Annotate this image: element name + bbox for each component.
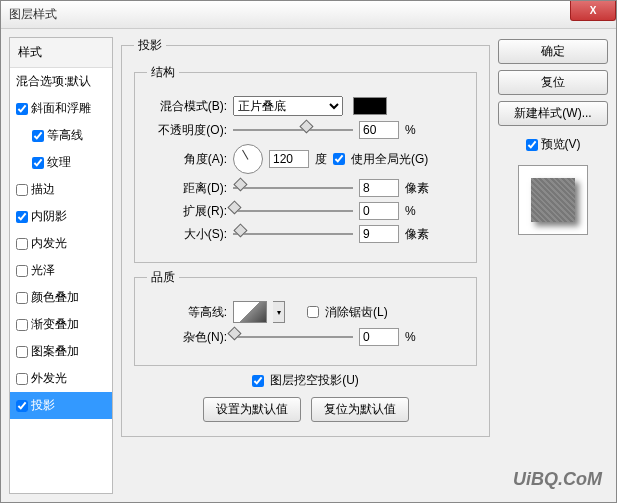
style-item-label: 外发光 — [31, 370, 67, 387]
distance-unit: 像素 — [405, 180, 435, 197]
size-label: 大小(S): — [147, 226, 227, 243]
knockout-row: 图层挖空投影(U) — [134, 372, 477, 389]
knockout-checkbox[interactable] — [252, 375, 264, 387]
reset-default-button[interactable]: 复位为默认值 — [311, 397, 409, 422]
angle-input[interactable] — [269, 150, 309, 168]
preview-label: 预览(V) — [541, 136, 581, 153]
style-item-label: 等高线 — [47, 127, 83, 144]
drop-shadow-group: 投影 结构 混合模式(B): 正片叠底 不透明度(O): % — [121, 37, 490, 437]
style-checkbox[interactable] — [32, 157, 44, 169]
style-item-label: 斜面和浮雕 — [31, 100, 91, 117]
style-checkbox[interactable] — [16, 211, 28, 223]
noise-slider[interactable] — [233, 330, 353, 344]
style-item[interactable]: 等高线 — [10, 122, 112, 149]
group-title: 投影 — [134, 37, 166, 54]
global-light-checkbox[interactable] — [333, 153, 345, 165]
style-item[interactable]: 外发光 — [10, 365, 112, 392]
spread-slider[interactable] — [233, 204, 353, 218]
opacity-slider[interactable] — [233, 123, 353, 137]
style-item[interactable]: 颜色叠加 — [10, 284, 112, 311]
angle-row: 角度(A): 度 使用全局光(G) — [147, 144, 464, 174]
set-default-button[interactable]: 设置为默认值 — [203, 397, 301, 422]
ok-button[interactable]: 确定 — [498, 39, 608, 64]
noise-label: 杂色(N): — [147, 329, 227, 346]
angle-unit: 度 — [315, 151, 327, 168]
size-slider[interactable] — [233, 227, 353, 241]
size-row: 大小(S): 像素 — [147, 225, 464, 243]
style-checkbox[interactable] — [16, 346, 28, 358]
action-panel: 确定 复位 新建样式(W)... 预览(V) — [498, 37, 608, 494]
style-item-label: 纹理 — [47, 154, 71, 171]
style-list-header: 样式 — [10, 38, 112, 68]
spread-unit: % — [405, 204, 435, 218]
distance-slider[interactable] — [233, 181, 353, 195]
opacity-label: 不透明度(O): — [147, 122, 227, 139]
style-checkbox[interactable] — [16, 292, 28, 304]
blend-mode-select[interactable]: 正片叠底 — [233, 96, 343, 116]
close-button[interactable]: X — [570, 1, 616, 21]
layer-style-dialog: 图层样式 X 样式 混合选项:默认 斜面和浮雕等高线纹理描边内阴影内发光光泽颜色… — [0, 0, 617, 503]
size-input[interactable] — [359, 225, 399, 243]
shadow-color-swatch[interactable] — [353, 97, 387, 115]
style-checkbox[interactable] — [16, 400, 28, 412]
style-checkbox[interactable] — [16, 103, 28, 115]
blending-options-item[interactable]: 混合选项:默认 — [10, 68, 112, 95]
new-style-button[interactable]: 新建样式(W)... — [498, 101, 608, 126]
angle-label: 角度(A): — [147, 151, 227, 168]
distance-row: 距离(D): 像素 — [147, 179, 464, 197]
style-item[interactable]: 纹理 — [10, 149, 112, 176]
quality-group: 品质 等高线: ▾ 消除锯齿(L) 杂色(N): % — [134, 269, 477, 366]
antialias-label: 消除锯齿(L) — [325, 304, 388, 321]
style-checkbox[interactable] — [16, 373, 28, 385]
style-item-label: 渐变叠加 — [31, 316, 79, 333]
style-checkbox[interactable] — [16, 184, 28, 196]
contour-label: 等高线: — [147, 304, 227, 321]
style-list: 斜面和浮雕等高线纹理描边内阴影内发光光泽颜色叠加渐变叠加图案叠加外发光投影 — [10, 95, 112, 419]
preview-checkbox[interactable] — [526, 139, 538, 151]
style-item[interactable]: 投影 — [10, 392, 112, 419]
spread-label: 扩展(R): — [147, 203, 227, 220]
quality-title: 品质 — [147, 269, 179, 286]
cancel-button[interactable]: 复位 — [498, 70, 608, 95]
angle-dial[interactable] — [233, 144, 263, 174]
style-checkbox[interactable] — [16, 319, 28, 331]
opacity-unit: % — [405, 123, 435, 137]
spread-input[interactable] — [359, 202, 399, 220]
style-item-label: 颜色叠加 — [31, 289, 79, 306]
noise-row: 杂色(N): % — [147, 328, 464, 346]
noise-unit: % — [405, 330, 435, 344]
style-item[interactable]: 光泽 — [10, 257, 112, 284]
preview-row: 预览(V) — [498, 136, 608, 153]
antialias-checkbox[interactable] — [307, 306, 319, 318]
spread-row: 扩展(R): % — [147, 202, 464, 220]
opacity-input[interactable] — [359, 121, 399, 139]
contour-picker[interactable] — [233, 301, 267, 323]
noise-input[interactable] — [359, 328, 399, 346]
style-item[interactable]: 内发光 — [10, 230, 112, 257]
style-item[interactable]: 斜面和浮雕 — [10, 95, 112, 122]
contour-dropdown-icon[interactable]: ▾ — [273, 301, 285, 323]
style-checkbox[interactable] — [16, 238, 28, 250]
style-checkbox[interactable] — [32, 130, 44, 142]
default-buttons-row: 设置为默认值 复位为默认值 — [134, 397, 477, 422]
close-icon: X — [590, 5, 597, 16]
style-item[interactable]: 图案叠加 — [10, 338, 112, 365]
watermark: UiBQ.CoM — [513, 469, 602, 490]
style-item[interactable]: 内阴影 — [10, 203, 112, 230]
distance-input[interactable] — [359, 179, 399, 197]
size-unit: 像素 — [405, 226, 435, 243]
style-item-label: 投影 — [31, 397, 55, 414]
structure-title: 结构 — [147, 64, 179, 81]
style-item[interactable]: 渐变叠加 — [10, 311, 112, 338]
style-checkbox[interactable] — [16, 265, 28, 277]
style-item-label: 图案叠加 — [31, 343, 79, 360]
blend-mode-row: 混合模式(B): 正片叠底 — [147, 96, 464, 116]
style-item-label: 内阴影 — [31, 208, 67, 225]
blend-mode-label: 混合模式(B): — [147, 98, 227, 115]
style-item[interactable]: 描边 — [10, 176, 112, 203]
dialog-content: 样式 混合选项:默认 斜面和浮雕等高线纹理描边内阴影内发光光泽颜色叠加渐变叠加图… — [1, 29, 616, 502]
knockout-label: 图层挖空投影(U) — [270, 372, 359, 389]
titlebar: 图层样式 X — [1, 1, 616, 29]
style-item-label: 光泽 — [31, 262, 55, 279]
structure-group: 结构 混合模式(B): 正片叠底 不透明度(O): % 角度(A): — [134, 64, 477, 263]
